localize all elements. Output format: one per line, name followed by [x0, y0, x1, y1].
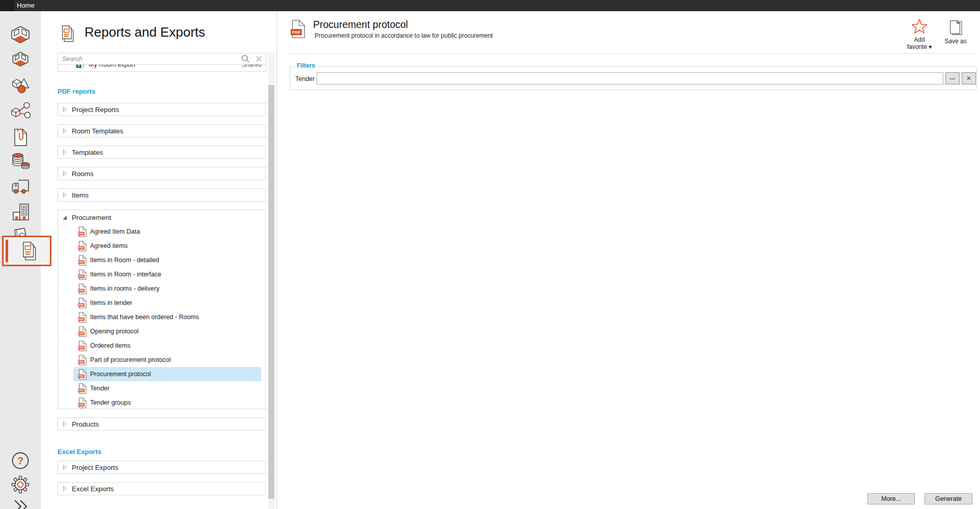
pdf-file-icon-large: PDF — [290, 19, 305, 39]
rooms-icon[interactable] — [0, 25, 41, 46]
report-item-row[interactable]: PDF Procurement protocol — [73, 367, 261, 381]
tender-input[interactable] — [317, 72, 943, 84]
pdf-group-list: Project Reports Room Templates Templates — [58, 103, 266, 202]
report-item-row[interactable]: PDF Items that have been ordered - Rooms — [73, 310, 261, 324]
list-scrollbar — [268, 53, 274, 509]
report-item-row[interactable]: PDF Part of procurement protocol — [73, 353, 261, 367]
procurement-item-list: PDF Agreed Item Data PDF Agreed items — [58, 224, 265, 410]
report-item-row[interactable]: PDF Agreed items — [73, 239, 261, 253]
report-item-row[interactable]: PDF Items in tender — [73, 296, 261, 310]
svg-text:PDF: PDF — [79, 317, 84, 320]
attachments-icon[interactable] — [0, 126, 41, 147]
chevron-expanded-icon — [62, 215, 67, 220]
report-item-row[interactable]: PDF Tender groups — [73, 395, 261, 410]
list-item-label: My Room export — [89, 65, 135, 68]
svg-text:PDF: PDF — [79, 289, 84, 292]
pdf-file-icon: PDF — [78, 341, 87, 351]
svg-text:PDF: PDF — [79, 374, 84, 377]
app-window: Home — [0, 0, 980, 509]
add-favorite-button[interactable]: Add favorite ▾ — [899, 18, 940, 50]
pdf-file-icon: PDF — [78, 383, 87, 394]
report-group-row[interactable]: Rooms — [58, 167, 266, 180]
systems-icon[interactable] — [0, 101, 41, 121]
export-group-row[interactable]: Excel Exports — [58, 482, 266, 495]
tab-home[interactable]: Home — [17, 0, 35, 11]
expand-icon[interactable] — [0, 498, 41, 509]
window-corner — [0, 0, 14, 11]
group-label: Procurement — [72, 214, 111, 221]
report-item-row[interactable]: PDF Items in rooms - delivery — [73, 281, 261, 296]
chevron-right-icon — [62, 486, 67, 492]
pdf-file-icon: PDF — [78, 369, 87, 380]
search-clear-icon[interactable] — [255, 55, 263, 63]
logistics-icon[interactable] — [0, 176, 41, 195]
pdf-file-icon: PDF — [78, 355, 87, 365]
report-group-row[interactable]: Templates — [58, 146, 266, 159]
title-bar: Home — [0, 0, 980, 11]
svg-text:PDF: PDF — [292, 30, 300, 35]
pdf-file-icon: PDF — [78, 255, 87, 266]
finance-icon[interactable] — [0, 151, 41, 172]
detail-panel: PDF Procurement protocol Procurement pro… — [277, 11, 980, 509]
report-group-row[interactable]: Items — [58, 188, 266, 202]
report-title: Procurement protocol — [313, 19, 408, 31]
chevron-right-icon — [62, 421, 67, 427]
svg-text:?: ? — [17, 455, 23, 466]
procurement-group: Procurement PDF Agreed Item Data — [58, 210, 266, 409]
svg-text:PDF: PDF — [79, 388, 84, 391]
report-group-row[interactable]: Products — [58, 417, 266, 431]
help-icon[interactable]: ? — [0, 451, 41, 470]
search-box — [58, 53, 266, 65]
save-as-label: Save as — [941, 38, 970, 45]
buildings-icon[interactable] — [0, 202, 41, 222]
star-icon — [911, 18, 928, 35]
search-icon[interactable] — [241, 54, 250, 63]
svg-text:PDF: PDF — [79, 232, 84, 235]
report-group-row[interactable]: Room Templates — [58, 124, 266, 137]
filters-groupbox: Filters Tender ••• ✕ — [290, 66, 977, 90]
report-item-row[interactable]: PDF Items in Room - detailed — [73, 253, 261, 267]
page-title: Reports and Exports — [85, 24, 205, 40]
chevron-right-icon — [62, 128, 67, 134]
caret-down-icon: ▾ — [929, 43, 932, 50]
items-icon[interactable] — [0, 75, 41, 96]
chevron-right-icon — [62, 106, 67, 112]
chevron-right-icon — [62, 192, 67, 198]
filters-legend: Filters — [294, 62, 318, 69]
clipped-list-row[interactable]: x My Room export Shared — [58, 65, 266, 72]
settings-icon[interactable] — [0, 474, 41, 495]
svg-text:PDF: PDF — [79, 246, 84, 249]
report-item-row[interactable]: PDF Agreed Item Data — [73, 224, 261, 239]
excel-group-list: Project Exports Excel Exports — [58, 461, 266, 495]
report-group-row[interactable]: Project Reports — [58, 103, 266, 116]
products-group-list: Products — [58, 417, 266, 431]
pdf-file-icon: PDF — [78, 312, 87, 323]
room-templates-icon[interactable] — [0, 51, 41, 69]
sidebar-item-reports-active[interactable] — [2, 236, 51, 266]
procurement-group-header[interactable]: Procurement — [58, 210, 265, 224]
add-favorite-label: Add favorite ▾ — [899, 36, 940, 50]
more-button[interactable]: More... — [867, 493, 915, 504]
tender-browse-button[interactable]: ••• — [945, 72, 960, 84]
pdf-file-icon: PDF — [78, 241, 87, 251]
save-as-button[interactable]: Save as — [941, 19, 970, 45]
report-item-row[interactable]: PDF Tender — [73, 381, 261, 395]
chevron-right-icon — [62, 171, 67, 177]
export-group-row[interactable]: Project Exports — [58, 461, 266, 474]
reports-panel: Reports and Exports x My Room export Sha… — [41, 11, 277, 509]
reports-icon — [18, 240, 36, 262]
report-item-row[interactable]: PDF Ordered items — [73, 338, 261, 353]
active-indicator-bar — [6, 240, 8, 262]
save-as-icon — [948, 19, 963, 37]
tender-label: Tender — [295, 75, 315, 82]
tender-clear-button[interactable]: ✕ — [962, 72, 976, 84]
chevron-right-icon — [62, 464, 67, 470]
section-header-excel-exports: Excel Exports — [58, 448, 101, 456]
report-item-row[interactable]: PDF Opening protocol — [73, 324, 261, 338]
search-input[interactable] — [58, 53, 266, 65]
excel-file-icon: x — [76, 65, 84, 69]
svg-text:PDF: PDF — [79, 346, 84, 349]
report-item-row[interactable]: PDF Items in Room - interface — [73, 267, 261, 281]
list-scrollbar-thumb[interactable] — [268, 85, 274, 499]
generate-button[interactable]: Generate — [925, 493, 972, 504]
